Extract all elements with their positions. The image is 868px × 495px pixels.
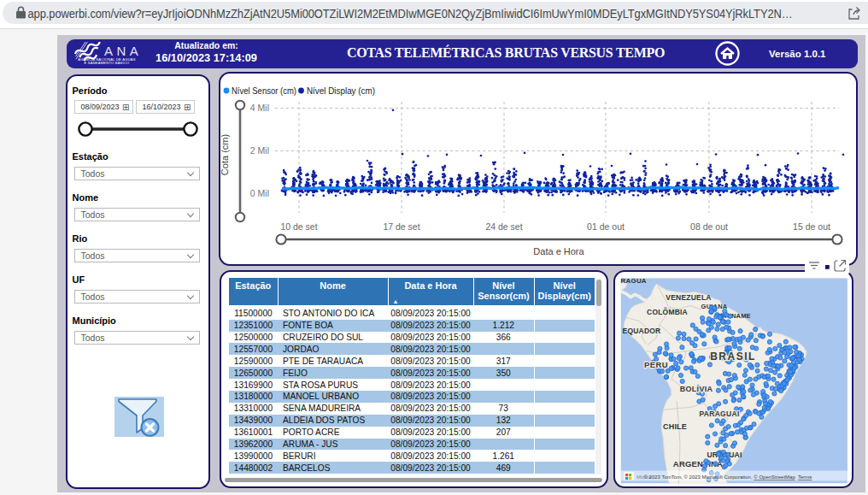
- svg-text:PARAGUAI: PARAGUAI: [699, 410, 739, 418]
- svg-text:0 Mil: 0 Mil: [249, 188, 268, 198]
- svg-text:15 de out: 15 de out: [793, 221, 830, 232]
- svg-text:COLÔMBIA: COLÔMBIA: [647, 307, 688, 316]
- svg-text:EQUADOR: EQUADOR: [622, 327, 660, 335]
- svg-text:Nível Sensor (cm): Nível Sensor (cm): [232, 85, 296, 96]
- svg-text:24 de set: 24 de set: [485, 221, 522, 232]
- svg-text:CHILE: CHILE: [663, 422, 687, 431]
- svg-text:2 Mil: 2 Mil: [249, 145, 268, 156]
- svg-text:Cota (cm): Cota (cm): [220, 134, 230, 175]
- svg-text:VENEZUELA: VENEZUELA: [666, 293, 711, 302]
- svg-text:BOLÍVIA: BOLÍVIA: [679, 385, 713, 393]
- svg-text:RAGUA: RAGUA: [620, 277, 646, 285]
- svg-text:© 2023 TomTom, © 2023 Microsof: © 2023 TomTom, © 2023 Microsoft Corporat…: [643, 474, 812, 480]
- svg-text:17 de set: 17 de set: [383, 221, 419, 232]
- svg-text:Data e Hora: Data e Hora: [533, 246, 584, 256]
- svg-text:4 Mil: 4 Mil: [249, 103, 268, 113]
- svg-text:08 de out: 08 de out: [690, 221, 728, 232]
- svg-text:10 de set: 10 de set: [280, 221, 317, 232]
- svg-text:Nível Display (cm): Nível Display (cm): [307, 85, 375, 96]
- svg-text:PERU: PERU: [644, 360, 668, 369]
- svg-text:BRASIL: BRASIL: [710, 351, 756, 362]
- svg-text:01 de out: 01 de out: [587, 221, 625, 232]
